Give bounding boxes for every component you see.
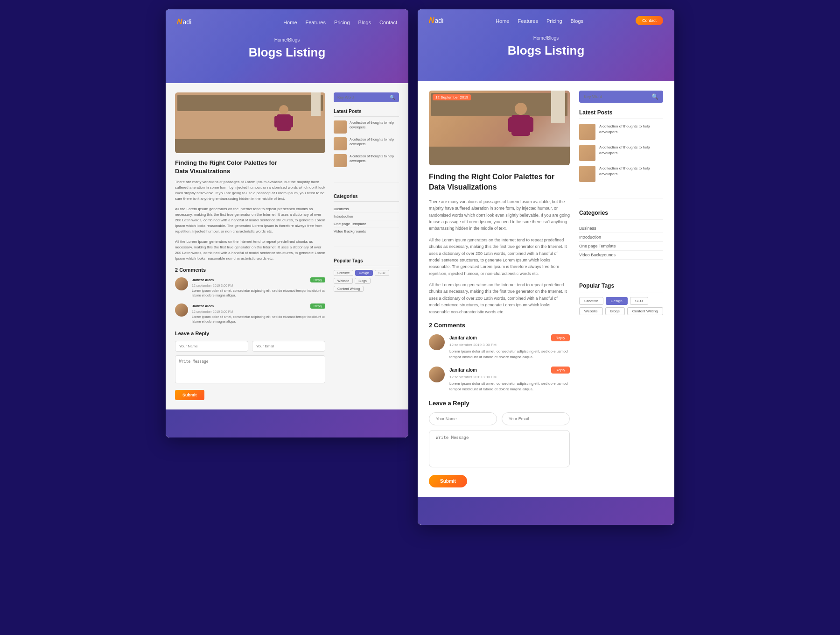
svg-point-0 [279, 105, 288, 114]
left-tag-design[interactable]: Design [355, 270, 373, 276]
right-nav-pricing[interactable]: Pricing [546, 18, 562, 24]
left-categories-title: Categories [334, 194, 399, 202]
right-tag-design[interactable]: Design [606, 297, 628, 305]
person-figure [272, 104, 295, 141]
left-logo: N adi [177, 18, 191, 26]
right-navbar: N adi Home Features Pricing Blogs Contac… [418, 9, 674, 31]
right-latest-post-1: A collection of thoughts to help develop… [579, 124, 663, 140]
right-leave-reply-title: Leave a Reply [429, 400, 570, 407]
right-comment-1-reply[interactable]: Reply [551, 334, 570, 341]
right-latest-post-3: A collection of thoughts to help develop… [579, 166, 663, 182]
right-tag-blogs[interactable]: Blogs [605, 307, 625, 315]
right-blog-para-2: All the Lorem Ipsum generators on the In… [429, 237, 570, 277]
right-category-3[interactable]: One page Template [579, 242, 663, 251]
left-category-3[interactable]: One page Template [334, 220, 399, 228]
left-comments-title: 2 Comments [175, 267, 325, 273]
left-tag-seo[interactable]: SEO [375, 270, 389, 276]
right-category-2[interactable]: Introduction [579, 233, 663, 242]
left-tags-container: Creative Design SEO Website Blogs Conten… [334, 270, 399, 292]
left-comment-1-author: Janifar alom [192, 278, 214, 282]
right-logo: N adi [429, 16, 443, 25]
left-category-2[interactable]: Introduction [334, 213, 399, 220]
left-leave-reply: Leave a Reply Submit [175, 331, 325, 400]
right-name-input[interactable] [429, 412, 497, 425]
left-nav-home[interactable]: Home [283, 20, 297, 25]
right-category-1[interactable]: Business [579, 224, 663, 233]
left-panel: N adi Home Features Pricing Blogs Contac… [166, 9, 408, 437]
left-category-1[interactable]: Business [334, 205, 399, 213]
right-blog-image: 12 September 2019 [429, 91, 570, 165]
logo-rest-left: adi [183, 18, 192, 26]
left-category-4[interactable]: Video Backgrounds [334, 228, 399, 235]
right-panel: N adi Home Features Pricing Blogs Contac… [418, 9, 674, 525]
right-contact-button[interactable]: Contact [636, 16, 663, 25]
left-message-textarea[interactable] [175, 355, 325, 383]
right-categories-title: Categories [579, 210, 663, 219]
left-email-input[interactable] [252, 341, 325, 352]
left-comment-2-reply[interactable]: Reply [310, 303, 325, 309]
right-message-textarea[interactable] [429, 430, 570, 467]
right-tag-seo[interactable]: SEO [630, 297, 648, 305]
right-latest-post-2-text: A collection of thoughts to help develop… [599, 145, 663, 156]
right-latest-post-2-thumb [579, 145, 595, 161]
right-comment-1-header: Janifar alom Reply [449, 334, 570, 341]
left-comment-1-header: Janifar alom Reply [192, 277, 325, 282]
right-comments-section: 2 Comments Janifar alom Reply 12 septemb… [429, 322, 570, 392]
logo-n-left: N [177, 18, 182, 26]
left-popular-tags: Popular Tags Creative Design SEO Website… [334, 258, 399, 292]
left-navbar: N adi Home Features Pricing Blogs Contac… [166, 9, 408, 33]
right-logo-rest: adi [435, 17, 444, 24]
left-breadcrumb: Home/Blogs [166, 37, 408, 42]
right-category-4[interactable]: Video Backgrounds [579, 251, 663, 260]
right-nav-home[interactable]: Home [496, 18, 509, 24]
left-search-box[interactable]: 🔍 [334, 92, 399, 102]
left-blog-image: 12 September 2019 [175, 92, 325, 153]
right-search-input[interactable] [584, 94, 649, 99]
left-comment-2-content: Janifar alom Reply 12 september 2019 3:0… [192, 303, 325, 324]
left-search-input[interactable] [337, 95, 387, 99]
right-nav-features[interactable]: Features [518, 18, 538, 24]
left-comment-2-text: Lorem ipsum dolor sit amet, consectetur … [192, 315, 325, 324]
left-latest-post-3-thumb [334, 154, 347, 167]
left-form-row-1 [175, 341, 325, 352]
left-sidebar: 🔍 Latest Posts A collection of thoughts … [334, 92, 399, 400]
left-tag-creative[interactable]: Creative [334, 270, 353, 276]
right-breadcrumb: Home/Blogs [418, 35, 674, 41]
left-name-input[interactable] [175, 341, 248, 352]
lamp-decoration [311, 92, 321, 116]
right-comment-1-avatar [429, 334, 445, 350]
right-tag-creative[interactable]: Creative [579, 297, 603, 305]
right-comment-1: Janifar alom Reply 12 september 2019 3:0… [429, 334, 570, 360]
left-nav-features[interactable]: Features [306, 20, 326, 25]
right-search-box[interactable]: 🔍 [579, 91, 663, 103]
left-comment-1-avatar [175, 277, 188, 290]
right-tag-content[interactable]: Content Writing [627, 307, 663, 315]
right-latest-post-3-thumb [579, 166, 595, 182]
left-nav-contact[interactable]: Contact [379, 20, 397, 25]
right-comment-2-avatar [429, 367, 445, 382]
left-tag-website[interactable]: Website [334, 278, 353, 284]
right-submit-button[interactable]: Submit [429, 475, 467, 487]
left-tag-content[interactable]: Content Writing [334, 286, 364, 292]
left-nav-blogs[interactable]: Blogs [358, 20, 371, 25]
right-comment-2: Janifar alom Reply 12 september 2019 3:0… [429, 367, 570, 392]
left-tag-blogs[interactable]: Blogs [355, 278, 371, 284]
right-blog-para-1: There are many variations of passages of… [429, 198, 570, 232]
right-comment-2-reply[interactable]: Reply [551, 367, 570, 374]
right-blog-img-inner: 12 September 2019 [429, 91, 570, 165]
bookshelf-decoration [177, 95, 323, 111]
right-nav-blogs[interactable]: Blogs [571, 18, 584, 24]
right-blog-img: 12 September 2019 [429, 91, 570, 165]
right-tag-website[interactable]: Website [579, 307, 603, 315]
right-panel-footer [418, 497, 674, 525]
right-sidebar: 🔍 Latest Posts A collection of thoughts … [579, 91, 663, 487]
right-email-input[interactable] [502, 412, 570, 425]
left-comment-1-reply[interactable]: Reply [310, 277, 325, 282]
right-latest-post-1-thumb [579, 124, 595, 140]
left-submit-button[interactable]: Submit [175, 390, 204, 400]
left-nav-pricing[interactable]: Pricing [334, 20, 350, 25]
svg-rect-2 [274, 116, 280, 127]
left-comments-section: 2 Comments Janifar alom Reply 12 septemb… [175, 267, 325, 324]
left-breadcrumb-area: Home/Blogs Blogs Listing [166, 33, 408, 69]
left-latest-post-3: A collection of thoughts to help develop… [334, 154, 399, 167]
